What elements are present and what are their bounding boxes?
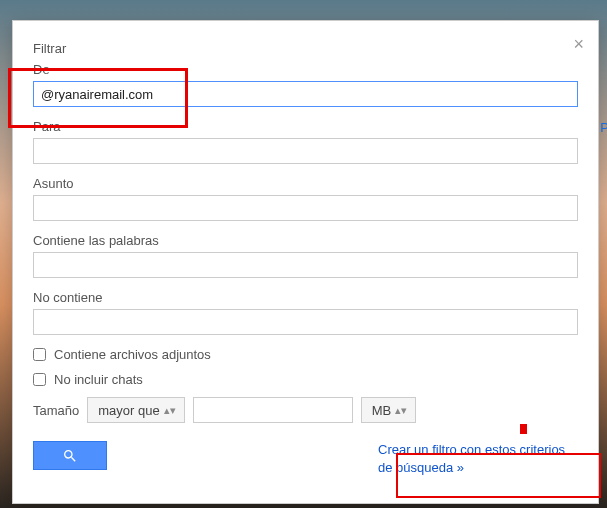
caret-icon: ▴▾: [164, 405, 176, 416]
to-label: Para: [33, 119, 578, 134]
dialog-title: Filtrar: [33, 41, 578, 56]
field-subject: Asunto: [33, 176, 578, 221]
field-doesnt-have: No contiene: [33, 290, 578, 335]
subject-label: Asunto: [33, 176, 578, 191]
size-value-input[interactable]: [193, 397, 353, 423]
from-input[interactable]: [33, 81, 578, 107]
from-label: De: [33, 62, 578, 77]
to-input[interactable]: [33, 138, 578, 164]
subject-input[interactable]: [33, 195, 578, 221]
doesnt-have-label: No contiene: [33, 290, 578, 305]
has-attachment-checkbox[interactable]: [33, 348, 46, 361]
field-from: De: [33, 62, 578, 107]
has-words-input[interactable]: [33, 252, 578, 278]
search-icon: [62, 448, 78, 464]
annotation-red-dot: [520, 424, 527, 434]
size-operator-value: mayor que: [98, 403, 159, 418]
create-filter-link[interactable]: Crear un filtro con estos criterios de b…: [378, 441, 578, 477]
doesnt-have-input[interactable]: [33, 309, 578, 335]
field-has-words: Contiene las palabras: [33, 233, 578, 278]
background-letter: P: [600, 120, 607, 135]
bottom-actions: Crear un filtro con estos criterios de b…: [33, 441, 578, 477]
search-button[interactable]: [33, 441, 107, 470]
exclude-chats-row: No incluir chats: [33, 372, 578, 387]
exclude-chats-checkbox[interactable]: [33, 373, 46, 386]
field-to: Para: [33, 119, 578, 164]
has-attachment-label: Contiene archivos adjuntos: [54, 347, 211, 362]
size-unit-value: MB: [372, 403, 392, 418]
filter-dialog: × Filtrar De Para Asunto Contiene las pa…: [12, 20, 599, 504]
has-attachment-row: Contiene archivos adjuntos: [33, 347, 578, 362]
has-words-label: Contiene las palabras: [33, 233, 578, 248]
close-button[interactable]: ×: [573, 35, 584, 53]
size-label: Tamaño: [33, 403, 79, 418]
size-row: Tamaño mayor que ▴▾ MB ▴▾: [33, 397, 578, 423]
size-operator-select[interactable]: mayor que ▴▾: [87, 397, 184, 423]
exclude-chats-label: No incluir chats: [54, 372, 143, 387]
size-unit-select[interactable]: MB ▴▾: [361, 397, 417, 423]
caret-icon: ▴▾: [395, 405, 407, 416]
